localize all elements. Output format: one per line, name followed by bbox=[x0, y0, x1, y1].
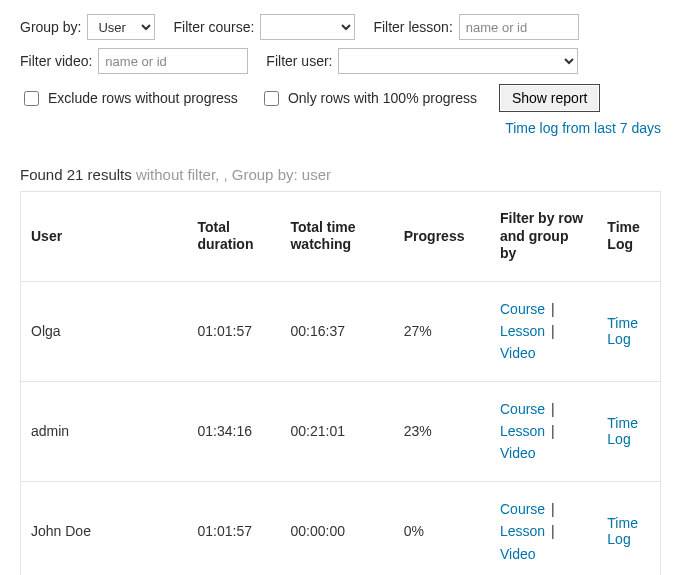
cell-time-log: Time Log bbox=[597, 381, 660, 481]
cell-watching: 00:16:37 bbox=[280, 281, 393, 381]
exclude-rows-checkbox[interactable] bbox=[24, 91, 39, 106]
table-row: Olga 01:01:57 00:16:37 27% Course | Less… bbox=[21, 281, 661, 381]
cell-time-log: Time Log bbox=[597, 481, 660, 575]
cell-duration: 01:34:16 bbox=[187, 381, 280, 481]
filter-course-link[interactable]: Course bbox=[500, 501, 545, 517]
time-log-7days-link[interactable]: Time log from last 7 days bbox=[505, 120, 661, 136]
filter-user-select[interactable] bbox=[338, 48, 578, 74]
exclude-rows-checkbox-wrap: Exclude rows without progress bbox=[20, 88, 238, 109]
cell-progress: 27% bbox=[394, 281, 490, 381]
cell-filter-links: Course | Lesson | Video bbox=[490, 481, 597, 575]
filter-lesson-link[interactable]: Lesson bbox=[500, 523, 545, 539]
cell-user: John Doe bbox=[21, 481, 188, 575]
col-user-header: User bbox=[21, 192, 188, 282]
group-by-filter: Group by: User bbox=[20, 14, 155, 40]
table-header-row: User Total duration Total time watching … bbox=[21, 192, 661, 282]
filter-course-group: Filter course: bbox=[173, 14, 355, 40]
checkbox-row: Exclude rows without progress Only rows … bbox=[20, 84, 661, 112]
filter-course-label: Filter course: bbox=[173, 19, 254, 35]
time-log-link[interactable]: Time Log bbox=[607, 415, 638, 447]
filter-user-label: Filter user: bbox=[266, 53, 332, 69]
time-log-link[interactable]: Time Log bbox=[607, 315, 638, 347]
filter-video-group: Filter video: bbox=[20, 48, 248, 74]
table-row: John Doe 01:01:57 00:00:00 0% Course | L… bbox=[21, 481, 661, 575]
time-log-link[interactable]: Time Log bbox=[607, 515, 638, 547]
filter-lesson-group: Filter lesson: bbox=[373, 14, 578, 40]
show-report-button[interactable]: Show report bbox=[499, 84, 600, 112]
only-100-label: Only rows with 100% progress bbox=[288, 90, 477, 106]
cell-progress: 0% bbox=[394, 481, 490, 575]
filter-bar: Group by: User Filter course: Filter les… bbox=[20, 14, 661, 74]
cell-watching: 00:00:00 bbox=[280, 481, 393, 575]
results-table: User Total duration Total time watching … bbox=[20, 191, 661, 575]
exclude-rows-label: Exclude rows without progress bbox=[48, 90, 238, 106]
cell-duration: 01:01:57 bbox=[187, 281, 280, 381]
only-100-checkbox[interactable] bbox=[264, 91, 279, 106]
col-duration-header: Total duration bbox=[187, 192, 280, 282]
only-100-checkbox-wrap: Only rows with 100% progress bbox=[260, 88, 477, 109]
cell-user: Olga bbox=[21, 281, 188, 381]
filter-video-label: Filter video: bbox=[20, 53, 92, 69]
col-time-log-header: Time Log bbox=[597, 192, 660, 282]
filter-lesson-label: Filter lesson: bbox=[373, 19, 452, 35]
filter-user-group: Filter user: bbox=[266, 48, 578, 74]
filter-course-link[interactable]: Course bbox=[500, 401, 545, 417]
filter-video-link[interactable]: Video bbox=[500, 345, 536, 361]
cell-user: admin bbox=[21, 381, 188, 481]
col-filter-header: Filter by row and group by bbox=[490, 192, 597, 282]
filter-lesson-input[interactable] bbox=[459, 14, 579, 40]
table-row: admin 01:34:16 00:21:01 23% Course | Les… bbox=[21, 381, 661, 481]
filter-lesson-link[interactable]: Lesson bbox=[500, 323, 545, 339]
filter-video-link[interactable]: Video bbox=[500, 445, 536, 461]
results-detail: without filter, , Group by: user bbox=[132, 166, 331, 183]
results-summary: Found 21 results without filter, , Group… bbox=[20, 166, 661, 183]
cell-time-log: Time Log bbox=[597, 281, 660, 381]
filter-lesson-link[interactable]: Lesson bbox=[500, 423, 545, 439]
cell-filter-links: Course | Lesson | Video bbox=[490, 281, 597, 381]
filter-course-link[interactable]: Course bbox=[500, 301, 545, 317]
group-by-label: Group by: bbox=[20, 19, 81, 35]
cell-filter-links: Course | Lesson | Video bbox=[490, 381, 597, 481]
cell-duration: 01:01:57 bbox=[187, 481, 280, 575]
group-by-select[interactable]: User bbox=[87, 14, 155, 40]
col-progress-header: Progress bbox=[394, 192, 490, 282]
filter-video-input[interactable] bbox=[98, 48, 248, 74]
cell-progress: 23% bbox=[394, 381, 490, 481]
time-log-7days-wrap: Time log from last 7 days bbox=[20, 120, 661, 136]
col-watching-header: Total time watching bbox=[280, 192, 393, 282]
cell-watching: 00:21:01 bbox=[280, 381, 393, 481]
filter-video-link[interactable]: Video bbox=[500, 546, 536, 562]
filter-course-select[interactable] bbox=[260, 14, 355, 40]
results-count: Found 21 results bbox=[20, 166, 132, 183]
